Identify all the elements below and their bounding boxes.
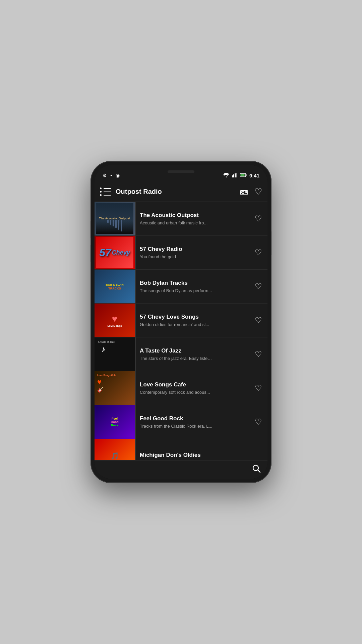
station-thumbnail-image: The Acoustic Outpost xyxy=(95,202,135,235)
station-thumbnail-image: Love Songs Cafe ♥ 🎸 xyxy=(95,371,135,405)
status-left-icons: ▪ ◉ xyxy=(103,172,120,178)
phone-frame: ▪ ◉ xyxy=(90,161,272,483)
svg-rect-6 xyxy=(240,174,244,176)
search-button[interactable] xyxy=(252,464,261,475)
bottom-bar xyxy=(95,460,267,479)
station-content: 57 Chevy RadioYou found the gold xyxy=(136,241,249,264)
svg-rect-1 xyxy=(233,174,234,177)
station-description: The songs of Bob Dylan as perform... xyxy=(140,288,214,293)
volume-up-button[interactable] xyxy=(90,221,91,238)
station-description: Contemporary soft rock and acous... xyxy=(140,390,214,395)
menu-button[interactable] xyxy=(100,187,111,196)
favorite-button[interactable] xyxy=(249,350,267,359)
svg-line-14 xyxy=(258,470,260,472)
svg-rect-5 xyxy=(246,174,246,176)
station-name: A Taste Of Jazz xyxy=(140,347,245,354)
sdcard-icon: ▪ xyxy=(110,172,112,178)
radio-icon[interactable] xyxy=(240,187,248,197)
favorite-button[interactable] xyxy=(249,417,267,427)
nav-actions xyxy=(240,186,262,197)
svg-rect-3 xyxy=(236,173,237,177)
station-description: Acoustic and urban folk music fro... xyxy=(140,220,214,225)
screen: ▪ ◉ xyxy=(95,165,267,479)
station-name: 57 Chevy Love Songs xyxy=(140,314,245,320)
station-name: Feel Good Rock xyxy=(140,415,245,422)
station-thumbnail: A Taste of Jazz ♪ xyxy=(95,337,135,371)
speaker-grill xyxy=(168,170,194,173)
station-thumbnail: ♥ LoveSongs xyxy=(95,304,135,337)
signal-icon xyxy=(232,173,237,178)
station-item[interactable]: Feel Good Rock Feel Good RockTracks from… xyxy=(95,405,267,439)
station-thumbnail: 🎵 xyxy=(95,439,135,460)
station-item[interactable]: 🎵 Michigan Don's Oldies xyxy=(95,439,267,460)
nav-bar: Outpost Radio xyxy=(95,182,267,202)
station-thumbnail: Love Songs Cafe ♥ 🎸 xyxy=(95,371,135,405)
svg-rect-2 xyxy=(235,173,236,177)
station-item[interactable]: A Taste of Jazz ♪ A Taste Of JazzThe sta… xyxy=(95,337,267,371)
station-thumbnail: BOB DYLAN TRACKS xyxy=(95,270,135,303)
station-list: The Acoustic Outpost The Acoustic Outpos… xyxy=(95,202,267,460)
station-thumbnail-image: Feel Good Rock xyxy=(95,405,135,439)
station-item[interactable]: The Acoustic Outpost The Acoustic Outpos… xyxy=(95,202,267,236)
station-content: A Taste Of JazzThe stars of the jazz era… xyxy=(136,343,249,366)
status-time: 9:41 xyxy=(249,173,259,178)
station-thumbnail: 57 Chevy xyxy=(95,236,135,269)
station-description: The stars of the jazz era. Easy listen..… xyxy=(140,356,214,361)
station-thumbnail-image: 57 Chevy xyxy=(95,236,135,269)
station-thumbnail-image: 🎵 xyxy=(95,439,135,460)
station-description: You found the gold xyxy=(140,254,214,259)
station-name: The Acoustic Outpost xyxy=(140,212,245,219)
station-item[interactable]: BOB DYLAN TRACKS Bob Dylan TracksThe son… xyxy=(95,270,267,304)
favorite-button[interactable] xyxy=(249,383,267,393)
station-name: Bob Dylan Tracks xyxy=(140,280,245,286)
power-button[interactable] xyxy=(271,231,272,255)
station-content: The Acoustic OutpostAcoustic and urban f… xyxy=(136,207,249,230)
app-title: Outpost Radio xyxy=(116,188,240,196)
svg-rect-0 xyxy=(232,175,233,177)
battery-icon xyxy=(240,173,247,178)
station-name: 57 Chevy Radio xyxy=(140,246,245,253)
favorite-button[interactable] xyxy=(249,248,267,257)
station-thumbnail-image: ♥ LoveSongs xyxy=(95,304,135,337)
favorite-button[interactable] xyxy=(249,282,267,291)
station-content: Bob Dylan TracksThe songs of Bob Dylan a… xyxy=(136,275,249,298)
status-right-icons: 9:41 xyxy=(223,173,259,178)
station-content: 57 Chevy Love SongsGolden oldies for rom… xyxy=(136,309,249,332)
svg-line-8 xyxy=(246,191,247,193)
station-thumbnail: The Acoustic Outpost xyxy=(95,202,135,235)
station-item[interactable]: 57 Chevy 57 Chevy RadioYou found the gol… xyxy=(95,236,267,270)
favorite-button[interactable] xyxy=(249,316,267,325)
station-item[interactable]: Love Songs Cafe ♥ 🎸 Love Songs CafeConte… xyxy=(95,371,267,405)
svg-point-10 xyxy=(242,192,244,194)
station-content: Feel Good RockTracks from the Classic Ro… xyxy=(136,411,249,433)
station-item[interactable]: ♥ LoveSongs 57 Chevy Love SongsGolden ol… xyxy=(95,304,267,337)
gear-icon xyxy=(103,173,107,178)
station-description: Golden oldies for romancin' and sl... xyxy=(140,322,214,327)
station-name: Love Songs Cafe xyxy=(140,381,245,388)
station-thumbnail: Feel Good Rock xyxy=(95,405,135,439)
station-description: Tracks from the Classic Rock era. L... xyxy=(140,424,214,429)
circle-icon: ◉ xyxy=(116,173,120,178)
volume-down-button[interactable] xyxy=(90,245,91,262)
favorites-icon[interactable] xyxy=(254,186,262,197)
wifi-icon xyxy=(223,173,229,178)
station-name: Michigan Don's Oldies xyxy=(140,452,263,459)
station-content: Michigan Don's Oldies xyxy=(136,447,267,461)
station-thumbnail-image: A Taste of Jazz ♪ xyxy=(95,337,135,371)
station-thumbnail-image: BOB DYLAN TRACKS xyxy=(95,270,135,303)
favorite-button[interactable] xyxy=(249,214,267,223)
station-content: Love Songs CafeContemporary soft rock an… xyxy=(136,377,249,399)
status-bar: ▪ ◉ xyxy=(95,165,267,182)
